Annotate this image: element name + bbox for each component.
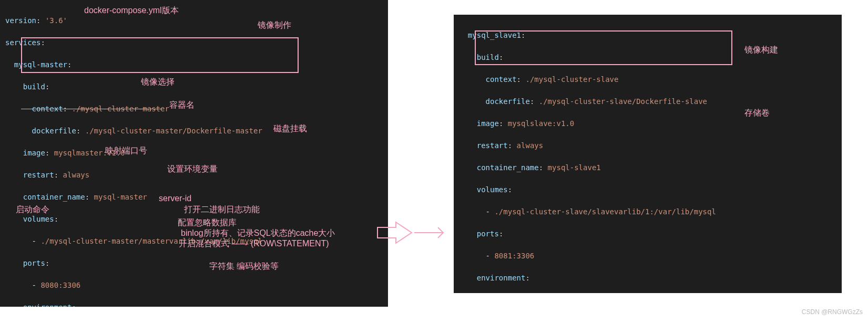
yaml-value: ./mysql-cluster-master	[72, 105, 169, 113]
yaml-key: build	[477, 53, 499, 61]
yaml-key: ports	[23, 259, 45, 267]
annotation-container: 容器名	[169, 99, 195, 111]
yaml-value: always	[63, 171, 90, 179]
yaml-key: context	[32, 105, 63, 113]
yaml-value: 8081:3306	[494, 252, 534, 260]
yaml-editor-master: version: '3.6' services: mysql-master: b…	[0, 0, 388, 307]
yaml-key: container_name	[23, 193, 85, 201]
annotation-format: 开启混合模式 —— (ROW\STATEMENT)	[179, 237, 329, 250]
annotation-ports: 映射端口号	[105, 144, 147, 157]
watermark-text: CSDN @RNGWGzZs	[802, 307, 863, 317]
annotation-env: 设置环境变量	[167, 163, 218, 175]
yaml-key: mysql_slave1	[468, 31, 521, 39]
yaml-key: version	[5, 16, 36, 25]
yaml-key: volumes	[477, 185, 508, 194]
yaml-key: volumes	[23, 215, 54, 223]
yaml-key: environment	[23, 303, 72, 307]
yaml-key: dockerfile	[32, 127, 76, 135]
yaml-value: ./mysql-cluster-slave	[525, 75, 618, 84]
annotation-title: docker-compose.yml版本	[84, 4, 179, 17]
annotation-volumes-right: 存储卷	[744, 107, 770, 119]
yaml-key: context	[486, 75, 517, 84]
yaml-key: container_name	[477, 163, 539, 172]
yaml-key: image	[23, 149, 45, 157]
yaml-key: restart	[477, 141, 508, 150]
yaml-value: mysql-master	[94, 193, 147, 201]
yaml-value: mysqlslave:v1.0	[508, 119, 574, 128]
annotation-command: 启动命令	[16, 203, 49, 216]
annotation-binlog: 打开二进制日志功能	[184, 203, 260, 216]
yaml-value: '3.6'	[45, 16, 67, 25]
yaml-key: services	[5, 38, 40, 47]
yaml-key: build	[23, 82, 45, 91]
yaml-value: mysql-slave1	[548, 163, 601, 172]
yaml-value: 8080:3306	[40, 281, 80, 289]
annotation-volumes: 磁盘挂载	[273, 122, 307, 135]
yaml-key: mysql-master	[14, 60, 67, 69]
yaml-value: ./mysql-cluster-slave/Dockerfile-slave	[539, 97, 707, 106]
arrow-icon	[375, 220, 448, 246]
yaml-value: ./mysql-cluster-master/Dockerfile-master	[85, 127, 262, 135]
yaml-key: environment	[477, 274, 526, 282]
yaml-editor-slave: mysql_slave1: build: context: ./mysql-cl…	[454, 15, 842, 293]
yaml-key: restart	[23, 171, 54, 179]
yaml-key: image	[477, 119, 499, 128]
yaml-key: ports	[477, 230, 499, 238]
annotation-build: 镜像制作	[258, 19, 291, 32]
yaml-value: ./mysql-cluster-slave/slavevarlib/1:/var…	[494, 207, 716, 216]
annotation-charset: 字符集 编码校验等	[209, 260, 279, 273]
yaml-value: always	[517, 141, 544, 150]
annotation-build-right: 镜像构建	[744, 44, 778, 56]
annotation-image: 镜像选择	[141, 76, 175, 88]
yaml-key: dockerfile	[486, 97, 530, 106]
